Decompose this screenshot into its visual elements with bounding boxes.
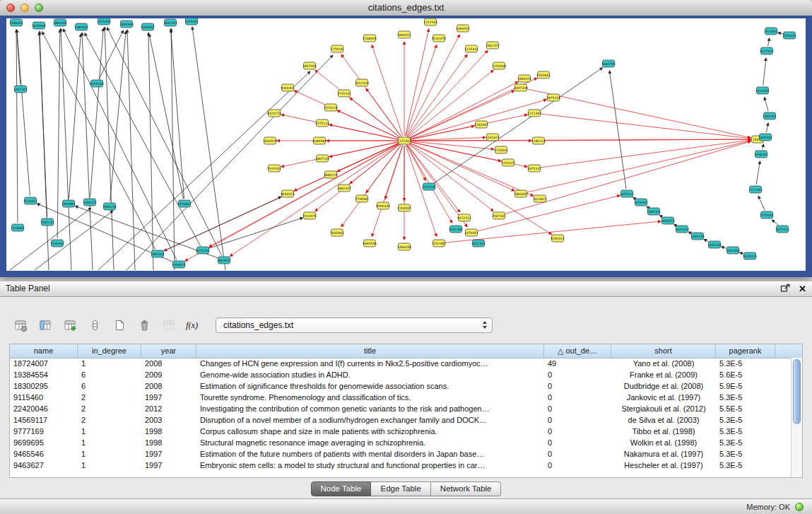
column-header-pagerank[interactable]: pagerank <box>716 344 775 358</box>
graph-node[interactable]: 2653103 <box>90 80 104 87</box>
table-mode-icon[interactable] <box>11 316 30 334</box>
graph-node[interactable]: 1212341 <box>748 186 763 193</box>
window-close-button[interactable] <box>6 4 15 12</box>
graph-node[interactable]: 8320174 <box>267 110 281 117</box>
graph-node[interactable]: 8131074 <box>432 35 446 42</box>
graph-node[interactable]: 1221397 <box>527 110 541 117</box>
close-panel-button[interactable]: ✕ <box>799 281 806 296</box>
graph-node[interactable]: 1770531 <box>760 211 774 218</box>
graph-node[interactable]: 1074051 <box>464 229 478 236</box>
table-row[interactable]: 1938455462009Genome-wide association stu… <box>10 369 792 380</box>
graph-node[interactable]: 1279141 <box>330 45 344 52</box>
graph-node[interactable]: 1415341 <box>755 87 770 94</box>
graph-node[interactable]: 1514545 <box>422 183 436 190</box>
graph-node[interactable]: 1552482 <box>432 240 446 247</box>
graph-node[interactable]: 4275121 <box>315 119 329 127</box>
graph-node[interactable]: 1679131 <box>620 190 634 197</box>
graph-node[interactable]: 1097349 <box>514 84 528 91</box>
column-header-name[interactable]: name <box>10 344 78 358</box>
table-scrollbar[interactable] <box>791 358 802 477</box>
graph-node[interactable]: 1866941 <box>53 19 67 26</box>
table-source-dropdown[interactable]: citations_edges.txt <box>216 317 493 333</box>
column-header-short[interactable]: short <box>611 344 716 358</box>
graph-node[interactable]: 2905133 <box>102 203 117 210</box>
graph-node[interactable]: 2021301 <box>471 240 486 247</box>
window-zoom-button[interactable] <box>35 4 43 12</box>
new-table-icon[interactable] <box>110 316 129 334</box>
graph-node[interactable]: 1605313 <box>675 226 689 233</box>
graph-node[interactable]: 7924541 <box>267 165 281 172</box>
graph-node[interactable]: 1605341 <box>758 134 772 141</box>
show-columns-icon[interactable] <box>36 316 54 334</box>
graph-node[interactable]: 1860442 <box>514 190 528 197</box>
graph-node[interactable]: 1092450 <box>726 247 740 254</box>
graph-node[interactable]: 1252543 <box>423 18 437 25</box>
graph-node[interactable]: 1830029 <box>263 137 277 144</box>
graph-node[interactable]: 9572521 <box>457 214 471 221</box>
graph-node[interactable]: 7734981 <box>355 195 369 202</box>
tab-node-table[interactable]: Node Table <box>311 481 372 496</box>
graph-node[interactable]: 1465341 <box>763 112 777 119</box>
graph-node[interactable]: 1679341 <box>184 18 199 25</box>
column-header-year[interactable]: year <box>141 344 196 358</box>
graph-node[interactable]: 1161627 <box>486 134 500 141</box>
graph-node[interactable]: 1669501 <box>456 25 470 32</box>
float-panel-button[interactable] <box>780 283 791 296</box>
graph-node[interactable]: 1425303 <box>97 18 111 25</box>
graph-node[interactable]: 8654023 <box>281 190 295 197</box>
graph-node[interactable]: 9245012 <box>551 235 565 242</box>
graph-node[interactable]: 1216001 <box>494 146 508 153</box>
rows-icon[interactable] <box>86 316 104 334</box>
table-row[interactable]: 946554611997Estimation of the future num… <box>10 448 792 460</box>
tab-network-table[interactable]: Network Table <box>431 481 502 496</box>
column-header-title[interactable]: title <box>196 344 544 358</box>
graph-node[interactable]: 7450831 <box>536 71 551 78</box>
table-row[interactable]: 1872400712008Changes of HCN gene express… <box>10 358 792 369</box>
graph-node[interactable]: 1834309 <box>119 21 134 28</box>
graph-node[interactable]: 9227431 <box>760 47 774 54</box>
graph-node[interactable]: 1677011 <box>775 226 789 233</box>
table-row[interactable]: 2242004622012Investigating the contribut… <box>10 403 792 414</box>
graph-node[interactable]: 9245013 <box>743 252 757 259</box>
graph-node[interactable]: 1845073 <box>517 75 531 82</box>
window-minimize-button[interactable] <box>20 4 29 12</box>
table-row[interactable]: 911546021997Tourette syndrome. Phenomeno… <box>10 392 792 403</box>
graph-node[interactable]: 2204097 <box>397 204 411 211</box>
graph-node[interactable]: 1585301 <box>647 208 661 215</box>
graph-node[interactable]: 2679141 <box>634 199 648 206</box>
graph-node[interactable]: 2775141 <box>337 90 351 97</box>
graph-node[interactable]: 1665794 <box>601 60 616 67</box>
graph-node[interactable]: 1892541 <box>163 19 177 26</box>
graph-node[interactable]: 6089981 <box>312 137 326 144</box>
graph-node[interactable]: 1853921 <box>217 257 231 264</box>
graph-node[interactable]: 1185214 <box>531 137 546 144</box>
graph-node[interactable]: 1556341 <box>782 32 796 39</box>
column-header-out_degree[interactable]: △ out_de… <box>544 344 611 358</box>
graph-node[interactable]: 1605146 <box>707 241 722 248</box>
delete-column-icon[interactable] <box>135 316 153 334</box>
graph-node[interactable]: 1154908 <box>492 62 506 69</box>
graph-node[interactable]: 9099433 <box>376 202 390 209</box>
create-column-icon[interactable] <box>61 316 79 334</box>
graph-node[interactable]: 9151303 <box>449 226 463 233</box>
graph-node[interactable]: 1845301 <box>151 250 165 257</box>
graph-node[interactable]: 1614621 <box>533 195 547 202</box>
graph-node[interactable]: 1405145 <box>690 233 705 240</box>
graph-node[interactable]: 2533141 <box>50 240 64 247</box>
graph-node[interactable]: 1664051 <box>397 31 411 38</box>
graph-node[interactable]: 1861307 <box>337 185 351 192</box>
graph-node[interactable]: 1385601 <box>74 23 88 30</box>
graph-node[interactable]: 1992841 <box>61 200 76 207</box>
graph-node[interactable]: 2096441 <box>141 23 155 30</box>
graph-node[interactable]: 1466058 <box>397 243 411 250</box>
table-row[interactable]: 969969511998Structural magnetic resonanc… <box>10 437 792 448</box>
graph-node[interactable]: 2248053 <box>363 35 377 42</box>
graph-node[interactable]: 2520661 <box>177 200 192 207</box>
graph-node[interactable]: 2867133 <box>315 155 329 162</box>
graph-node[interactable]: 1160467 <box>474 121 488 128</box>
graph-node[interactable]: 9465546 <box>363 240 377 247</box>
table-row[interactable]: 1456911722003Disruption of a novel membe… <box>10 414 792 426</box>
table-row[interactable]: 1830029562008Estimation of significance … <box>10 380 792 392</box>
graph-node[interactable]: 1125431 <box>464 45 478 52</box>
scrollbar-thumb[interactable] <box>793 359 801 424</box>
